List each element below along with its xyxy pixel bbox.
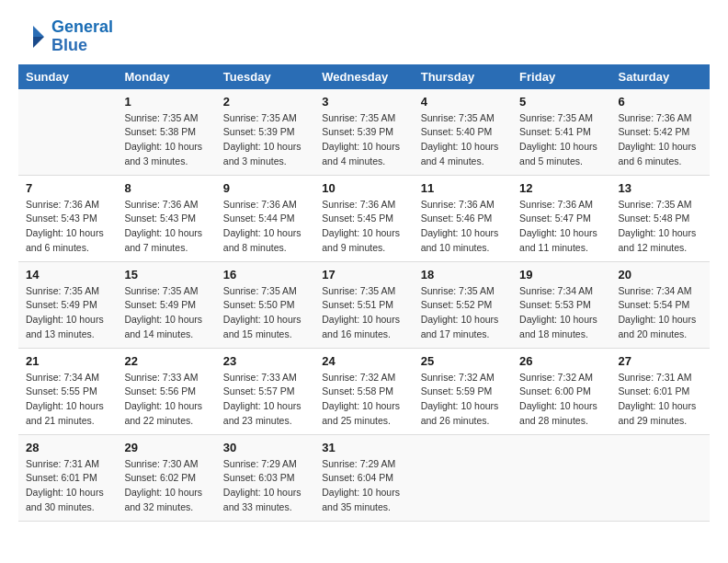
day-info: Sunrise: 7:29 AMSunset: 6:04 PMDaylight:… <box>322 457 405 515</box>
calendar-cell: 5Sunrise: 7:35 AMSunset: 5:41 PMDaylight… <box>512 89 610 176</box>
day-number: 17 <box>322 268 405 282</box>
day-number: 25 <box>421 354 505 368</box>
calendar-week-1: 1Sunrise: 7:35 AMSunset: 5:38 PMDaylight… <box>18 89 710 176</box>
calendar-cell: 29Sunrise: 7:30 AMSunset: 6:02 PMDayligh… <box>117 434 215 521</box>
calendar-table: SundayMondayTuesdayWednesdayThursdayFrid… <box>18 64 710 522</box>
day-number: 5 <box>519 95 603 109</box>
logo-icon <box>18 22 48 52</box>
calendar-cell: 25Sunrise: 7:32 AMSunset: 5:59 PMDayligh… <box>414 348 512 434</box>
day-number: 23 <box>223 354 307 368</box>
day-info: Sunrise: 7:33 AMSunset: 5:57 PMDaylight:… <box>223 371 307 429</box>
calendar-cell: 23Sunrise: 7:33 AMSunset: 5:57 PMDayligh… <box>216 348 314 434</box>
calendar-cell: 9Sunrise: 7:36 AMSunset: 5:44 PMDaylight… <box>216 175 314 261</box>
calendar-week-5: 28Sunrise: 7:31 AMSunset: 6:01 PMDayligh… <box>18 434 710 521</box>
day-number: 14 <box>26 268 109 282</box>
calendar-cell: 6Sunrise: 7:36 AMSunset: 5:42 PMDaylight… <box>611 89 710 176</box>
day-info: Sunrise: 7:35 AMSunset: 5:38 PMDaylight:… <box>124 111 208 169</box>
calendar-cell: 14Sunrise: 7:35 AMSunset: 5:49 PMDayligh… <box>18 261 117 348</box>
calendar-cell: 21Sunrise: 7:34 AMSunset: 5:55 PMDayligh… <box>18 348 117 434</box>
calendar-cell <box>512 434 610 521</box>
day-info: Sunrise: 7:35 AMSunset: 5:49 PMDaylight:… <box>124 284 208 342</box>
column-header-wednesday: Wednesday <box>314 64 413 89</box>
day-number: 1 <box>124 95 208 109</box>
calendar-cell: 4Sunrise: 7:35 AMSunset: 5:40 PMDaylight… <box>414 89 512 176</box>
calendar-cell: 20Sunrise: 7:34 AMSunset: 5:54 PMDayligh… <box>611 261 710 348</box>
calendar-week-4: 21Sunrise: 7:34 AMSunset: 5:55 PMDayligh… <box>18 348 710 434</box>
day-number: 24 <box>322 354 405 368</box>
day-number: 13 <box>619 181 702 195</box>
calendar-cell: 18Sunrise: 7:35 AMSunset: 5:52 PMDayligh… <box>414 261 512 348</box>
day-info: Sunrise: 7:36 AMSunset: 5:44 PMDaylight:… <box>223 198 307 256</box>
calendar-cell <box>414 434 512 521</box>
calendar-week-2: 7Sunrise: 7:36 AMSunset: 5:43 PMDaylight… <box>18 175 710 261</box>
day-number: 26 <box>519 354 603 368</box>
calendar-cell: 8Sunrise: 7:36 AMSunset: 5:43 PMDaylight… <box>117 175 215 261</box>
day-number: 10 <box>322 181 405 195</box>
calendar-cell: 13Sunrise: 7:35 AMSunset: 5:48 PMDayligh… <box>611 175 710 261</box>
calendar-cell: 2Sunrise: 7:35 AMSunset: 5:39 PMDaylight… <box>216 89 314 176</box>
day-number: 20 <box>619 268 702 282</box>
day-number: 18 <box>421 268 505 282</box>
day-info: Sunrise: 7:35 AMSunset: 5:40 PMDaylight:… <box>421 111 505 169</box>
day-number: 16 <box>223 268 307 282</box>
day-number: 27 <box>619 354 702 368</box>
day-info: Sunrise: 7:35 AMSunset: 5:52 PMDaylight:… <box>421 284 505 342</box>
calendar-cell <box>611 434 710 521</box>
column-header-saturday: Saturday <box>611 64 710 89</box>
day-number: 3 <box>322 95 405 109</box>
day-info: Sunrise: 7:32 AMSunset: 5:58 PMDaylight:… <box>322 371 405 429</box>
column-header-sunday: Sunday <box>18 64 117 89</box>
day-number: 9 <box>223 181 307 195</box>
day-info: Sunrise: 7:31 AMSunset: 6:01 PMDaylight:… <box>619 371 702 429</box>
logo-text: General Blue <box>51 18 113 55</box>
day-info: Sunrise: 7:36 AMSunset: 5:46 PMDaylight:… <box>421 198 505 256</box>
day-info: Sunrise: 7:31 AMSunset: 6:01 PMDaylight:… <box>26 457 109 515</box>
column-header-thursday: Thursday <box>414 64 512 89</box>
day-number: 30 <box>223 441 307 454</box>
day-info: Sunrise: 7:34 AMSunset: 5:54 PMDaylight:… <box>619 284 702 342</box>
calendar-cell: 16Sunrise: 7:35 AMSunset: 5:50 PMDayligh… <box>216 261 314 348</box>
calendar-cell: 11Sunrise: 7:36 AMSunset: 5:46 PMDayligh… <box>414 175 512 261</box>
day-info: Sunrise: 7:32 AMSunset: 6:00 PMDaylight:… <box>519 371 603 429</box>
calendar-cell: 15Sunrise: 7:35 AMSunset: 5:49 PMDayligh… <box>117 261 215 348</box>
day-info: Sunrise: 7:36 AMSunset: 5:43 PMDaylight:… <box>124 198 208 256</box>
day-info: Sunrise: 7:35 AMSunset: 5:39 PMDaylight:… <box>322 111 405 169</box>
day-info: Sunrise: 7:36 AMSunset: 5:47 PMDaylight:… <box>519 198 603 256</box>
calendar-cell: 31Sunrise: 7:29 AMSunset: 6:04 PMDayligh… <box>314 434 413 521</box>
calendar-cell: 12Sunrise: 7:36 AMSunset: 5:47 PMDayligh… <box>512 175 610 261</box>
day-number: 8 <box>124 181 208 195</box>
day-info: Sunrise: 7:35 AMSunset: 5:39 PMDaylight:… <box>223 111 307 169</box>
svg-marker-0 <box>33 26 44 37</box>
day-info: Sunrise: 7:32 AMSunset: 5:59 PMDaylight:… <box>421 371 505 429</box>
calendar-cell <box>18 89 117 176</box>
day-info: Sunrise: 7:35 AMSunset: 5:51 PMDaylight:… <box>322 284 405 342</box>
day-info: Sunrise: 7:36 AMSunset: 5:42 PMDaylight:… <box>619 111 702 169</box>
day-info: Sunrise: 7:35 AMSunset: 5:49 PMDaylight:… <box>26 284 109 342</box>
calendar-cell: 1Sunrise: 7:35 AMSunset: 5:38 PMDaylight… <box>117 89 215 176</box>
calendar-cell: 7Sunrise: 7:36 AMSunset: 5:43 PMDaylight… <box>18 175 117 261</box>
calendar-cell: 27Sunrise: 7:31 AMSunset: 6:01 PMDayligh… <box>611 348 710 434</box>
page-header: General Blue <box>18 18 710 55</box>
svg-marker-1 <box>33 37 44 48</box>
day-info: Sunrise: 7:34 AMSunset: 5:55 PMDaylight:… <box>26 371 109 429</box>
day-number: 19 <box>519 268 603 282</box>
day-info: Sunrise: 7:35 AMSunset: 5:48 PMDaylight:… <box>619 198 702 256</box>
day-info: Sunrise: 7:35 AMSunset: 5:41 PMDaylight:… <box>519 111 603 169</box>
day-number: 21 <box>26 354 109 368</box>
day-number: 31 <box>322 441 405 454</box>
calendar-cell: 10Sunrise: 7:36 AMSunset: 5:45 PMDayligh… <box>314 175 413 261</box>
day-info: Sunrise: 7:35 AMSunset: 5:50 PMDaylight:… <box>223 284 307 342</box>
calendar-header-row: SundayMondayTuesdayWednesdayThursdayFrid… <box>18 64 710 89</box>
logo: General Blue <box>18 18 113 55</box>
day-number: 11 <box>421 181 505 195</box>
day-info: Sunrise: 7:36 AMSunset: 5:45 PMDaylight:… <box>322 198 405 256</box>
day-number: 7 <box>26 181 109 195</box>
day-info: Sunrise: 7:29 AMSunset: 6:03 PMDaylight:… <box>223 457 307 515</box>
calendar-cell: 22Sunrise: 7:33 AMSunset: 5:56 PMDayligh… <box>117 348 215 434</box>
calendar-cell: 30Sunrise: 7:29 AMSunset: 6:03 PMDayligh… <box>216 434 314 521</box>
calendar-cell: 26Sunrise: 7:32 AMSunset: 6:00 PMDayligh… <box>512 348 610 434</box>
day-number: 22 <box>124 354 208 368</box>
day-number: 6 <box>619 95 702 109</box>
day-number: 15 <box>124 268 208 282</box>
day-number: 12 <box>519 181 603 195</box>
